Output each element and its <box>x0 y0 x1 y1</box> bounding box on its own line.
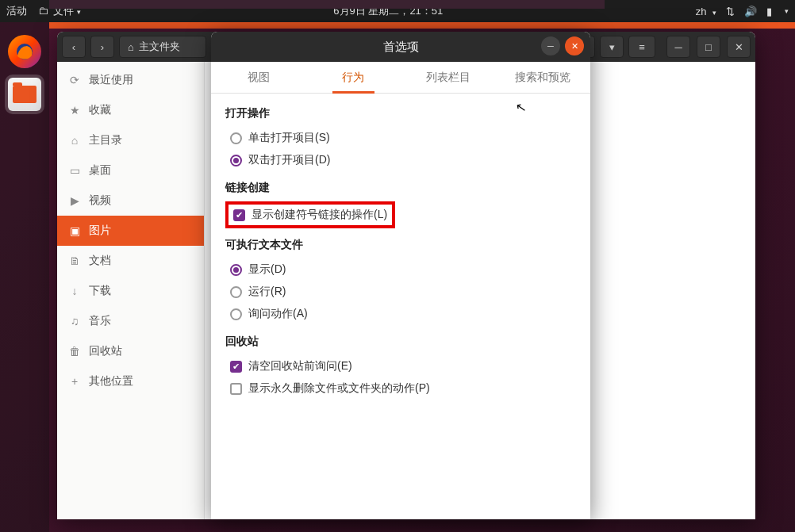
sidebar-item-icon: ▶ <box>68 194 81 207</box>
option-label: 双击打开项目(D) <box>248 153 330 167</box>
radio-icon <box>230 132 242 144</box>
section-exec-title: 可执行文本文件 <box>225 238 576 252</box>
option-label: 显示创建符号链接的操作(L) <box>252 208 387 222</box>
pref-tab[interactable]: 搜索和预览 <box>496 62 591 93</box>
sidebar-item-label: 文档 <box>89 254 111 268</box>
sidebar-item-icon: ★ <box>68 104 81 117</box>
dock-firefox[interactable] <box>5 32 44 71</box>
sidebar-item[interactable]: ▶视频 <box>57 186 204 216</box>
path-bar[interactable]: ⌂ 主文件夹 <box>119 36 206 58</box>
sidebar-item[interactable]: ⟳最近使用 <box>57 65 204 95</box>
checkbox-icon[interactable]: ✔ <box>233 209 245 221</box>
sidebar-item-label: 图片 <box>89 224 111 238</box>
exec-display-option[interactable]: 显示(D) <box>225 258 576 281</box>
radio-icon <box>230 308 242 320</box>
pref-body: 打开操作 单击打开项目(S) 双击打开项目(D) 链接创建 ✔显示创建符号链接的… <box>211 94 590 411</box>
sidebar-item-icon: + <box>68 375 81 388</box>
sidebar-item-icon: 🗑 <box>68 345 81 358</box>
pref-tab[interactable]: 行为 <box>306 62 401 93</box>
checkbox-icon: ✔ <box>230 361 242 373</box>
input-method-indicator[interactable]: zh ▾ <box>696 6 716 17</box>
pref-close-button[interactable]: ✕ <box>565 36 584 55</box>
sidebar-item[interactable]: ▣图片 <box>57 216 204 246</box>
sidebar-item-icon: ⌂ <box>68 134 81 147</box>
option-label: 显示(D) <box>248 262 286 277</box>
highlight-annotation: ✔显示创建符号链接的操作(L) <box>225 201 395 228</box>
trash-permdelete-option[interactable]: 显示永久删除文件或文件夹的动作(P) <box>225 377 576 400</box>
pref-minimize-button[interactable]: ─ <box>541 36 560 55</box>
section-trash-title: 回收站 <box>225 335 576 349</box>
home-icon: ⌂ <box>128 41 134 53</box>
radio-icon <box>230 155 242 166</box>
close-button[interactable]: ✕ <box>727 36 751 58</box>
sidebar-item-icon: ▭ <box>68 164 81 177</box>
radio-icon <box>230 286 242 298</box>
sidebar-item-icon: ▣ <box>68 224 81 237</box>
minimize-button[interactable]: ─ <box>666 36 690 58</box>
option-label: 询问动作(A) <box>248 307 308 321</box>
sidebar-item-icon: ♫ <box>68 315 81 327</box>
trash-confirm-option[interactable]: ✔清空回收站前询问(E) <box>225 355 576 377</box>
dock-files[interactable] <box>5 75 44 114</box>
sidebar-item-label: 收藏 <box>89 103 111 117</box>
maximize-button[interactable]: □ <box>697 36 720 58</box>
forward-button[interactable]: › <box>90 36 114 58</box>
sidebar-item[interactable]: ↓下载 <box>57 276 204 306</box>
option-label: 清空回收站前询问(E) <box>248 359 352 373</box>
firefox-icon <box>8 35 41 68</box>
sidebar-item-icon: ↓ <box>68 285 81 297</box>
sidebar-item[interactable]: ♫音乐 <box>57 306 204 336</box>
sidebar-item[interactable]: ⌂主目录 <box>57 125 204 155</box>
sidebar-item-icon: 🗎 <box>68 255 81 267</box>
sidebar-item[interactable]: ★收藏 <box>57 95 204 125</box>
exec-run-option[interactable]: 运行(R) <box>225 281 576 303</box>
sidebar-item-icon: ⟳ <box>68 74 81 86</box>
files-icon <box>8 78 41 111</box>
folder-icon: 🗀 <box>38 5 48 17</box>
path-label: 主文件夹 <box>139 40 180 54</box>
activities-button[interactable]: 活动 <box>6 4 27 18</box>
sidebar-item[interactable]: 🗑回收站 <box>57 336 204 366</box>
exec-ask-option[interactable]: 询问动作(A) <box>225 303 576 325</box>
sidebar-item-label: 下载 <box>89 284 111 298</box>
battery-icon[interactable]: ▮ <box>766 6 772 17</box>
dock <box>0 22 49 532</box>
pref-tabs: 视图行为列表栏目搜索和预览 <box>211 62 590 94</box>
pref-titlebar: 首选项 ─ ✕ <box>211 32 590 62</box>
open-double-click-option[interactable]: 双击打开项目(D) <box>225 149 576 171</box>
pref-tab[interactable]: 列表栏目 <box>401 62 496 93</box>
network-icon[interactable]: ⇅ <box>726 6 735 17</box>
checkbox-icon <box>230 383 242 395</box>
option-label: 单击打开项目(S) <box>248 131 330 145</box>
sidebar-item[interactable]: 🗎文档 <box>57 246 204 276</box>
sidebar-item-label: 最近使用 <box>89 73 133 87</box>
chevron-down-icon: ▾ <box>785 7 789 15</box>
pref-tab[interactable]: 视图 <box>211 62 306 93</box>
sidebar-item[interactable]: +其他位置 <box>57 366 204 396</box>
sidebar-item-label: 视频 <box>89 193 111 208</box>
sidebar-item[interactable]: ▭桌面 <box>57 155 204 186</box>
chevron-down-icon: ▾ <box>712 9 716 17</box>
preferences-dialog: 首选项 ─ ✕ 视图行为列表栏目搜索和预览 打开操作 单击打开项目(S) 双击打… <box>211 32 590 519</box>
pref-title: 首选项 <box>383 40 419 55</box>
sidebar-item-label: 桌面 <box>89 163 111 178</box>
window-accent-strip <box>49 22 795 29</box>
fm-sidebar: ⟳最近使用★收藏⌂主目录▭桌面▶视频▣图片🗎文档↓下载♫音乐🗑回收站+其他位置 <box>57 62 205 519</box>
background-tab-strip <box>49 0 605 9</box>
open-single-click-option[interactable]: 单击打开项目(S) <box>225 127 576 149</box>
option-label: 显示永久删除文件或文件夹的动作(P) <box>248 381 430 396</box>
view-dropdown-button[interactable]: ▾ <box>600 36 624 58</box>
sidebar-item-label: 回收站 <box>89 344 122 358</box>
volume-icon[interactable]: 🔊 <box>744 6 757 17</box>
sidebar-item-label: 主目录 <box>89 133 122 147</box>
section-link-title: 链接创建 <box>225 181 576 195</box>
sidebar-item-label: 音乐 <box>89 314 111 328</box>
back-button[interactable]: ‹ <box>62 36 86 58</box>
hamburger-menu-button[interactable]: ≡ <box>628 36 655 58</box>
option-label: 运行(R) <box>248 285 286 299</box>
sidebar-item-label: 其他位置 <box>89 374 133 388</box>
radio-icon <box>230 264 242 276</box>
section-open-title: 打开操作 <box>225 106 576 121</box>
